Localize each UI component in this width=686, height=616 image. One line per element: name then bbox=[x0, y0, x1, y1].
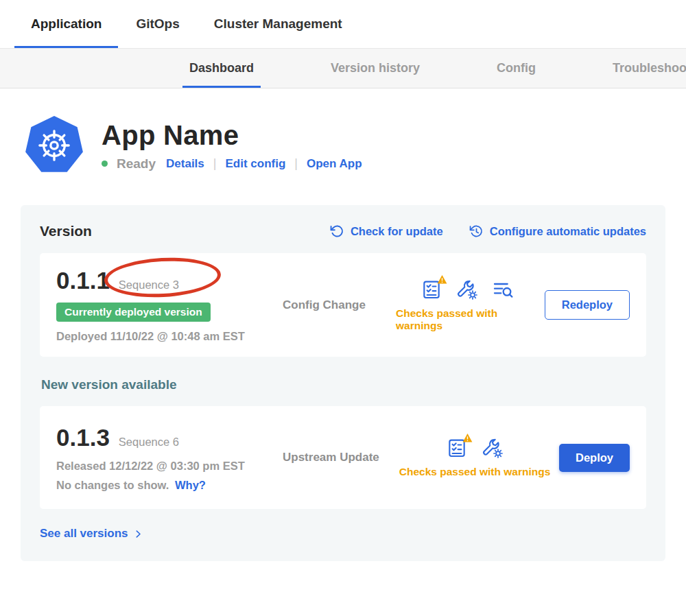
new-version-info: 0.1.3 Sequence 6 Released 12/12/22 @ 03:… bbox=[56, 424, 283, 492]
clock-refresh-icon bbox=[469, 224, 484, 239]
kubernetes-logo bbox=[25, 116, 84, 175]
app-header: App Name Ready Details | Edit config | O… bbox=[25, 116, 686, 175]
new-version-sequence: Sequence 6 bbox=[119, 436, 179, 449]
no-changes-row: No changes to show. Why? bbox=[56, 479, 283, 492]
configure-automatic-updates-label: Configure automatic updates bbox=[490, 225, 646, 238]
check-icons-row bbox=[421, 279, 514, 300]
new-version-number: 0.1.3 bbox=[56, 424, 110, 451]
separator: | bbox=[294, 156, 298, 171]
red-annotation-ellipse bbox=[104, 255, 222, 300]
tab-gitops[interactable]: GitOps bbox=[136, 0, 179, 48]
warning-triangle-icon bbox=[437, 274, 447, 285]
deploy-button[interactable]: Deploy bbox=[559, 444, 630, 472]
edit-config-link[interactable]: Edit config bbox=[225, 157, 285, 171]
checks-area: Checks passed with warnings bbox=[396, 279, 539, 332]
deployed-date: Deployed 11/10/22 @ 10:48 am EST bbox=[56, 330, 283, 343]
tab-troubleshoot[interactable]: Troubleshoot bbox=[613, 49, 686, 88]
page: Application GitOps Cluster Management Da… bbox=[0, 0, 686, 616]
checks-status[interactable]: Checks passed with warnings bbox=[399, 466, 551, 478]
status-row: Ready Details | Edit config | Open App bbox=[102, 156, 362, 171]
tab-cluster-management[interactable]: Cluster Management bbox=[214, 0, 342, 48]
check-icons-row bbox=[446, 437, 504, 459]
helm-wheel-icon bbox=[36, 127, 73, 164]
top-nav: Application GitOps Cluster Management bbox=[0, 0, 686, 49]
new-version-heading: New version available bbox=[41, 377, 646, 392]
new-version-row: 0.1.3 Sequence 6 bbox=[56, 424, 283, 451]
sub-nav: Dashboard Version history Config Trouble… bbox=[0, 49, 686, 88]
checks-status[interactable]: Checks passed with warnings bbox=[396, 307, 539, 332]
tab-config[interactable]: Config bbox=[497, 49, 536, 88]
redeploy-button[interactable]: Redeploy bbox=[545, 290, 630, 320]
status-text: Ready bbox=[117, 156, 156, 171]
check-for-update-label: Check for update bbox=[351, 225, 443, 238]
refresh-icon bbox=[330, 224, 344, 239]
details-link[interactable]: Details bbox=[166, 157, 204, 171]
tab-dashboard[interactable]: Dashboard bbox=[189, 49, 254, 88]
current-version-info: 0.1.1 Sequence 3 Currently deployed vers… bbox=[56, 267, 283, 343]
diff-view-icon[interactable] bbox=[492, 279, 514, 300]
why-link[interactable]: Why? bbox=[175, 479, 206, 491]
preflight-checklist-warning-icon[interactable] bbox=[446, 437, 468, 459]
see-all-versions-link[interactable]: See all versions bbox=[40, 527, 143, 541]
currently-deployed-badge: Currently deployed version bbox=[56, 303, 211, 322]
change-type-label: Config Change bbox=[283, 298, 396, 312]
current-version-row: 0.1.1 Sequence 3 bbox=[56, 267, 283, 294]
current-version-number: 0.1.1 bbox=[56, 267, 110, 294]
app-meta: App Name Ready Details | Edit config | O… bbox=[102, 120, 362, 171]
change-type-label: Upstream Update bbox=[283, 451, 396, 464]
warning-triangle-icon bbox=[462, 433, 473, 443]
version-panel-head: Version Check for update Configure au bbox=[40, 223, 646, 239]
version-panel: Version Check for update Configure au bbox=[21, 205, 665, 561]
current-version-sequence: Sequence 3 bbox=[119, 279, 179, 292]
app-name: App Name bbox=[102, 120, 362, 151]
tab-version-history[interactable]: Version history bbox=[331, 49, 420, 88]
config-wrench-gear-icon[interactable] bbox=[456, 279, 478, 300]
status-dot bbox=[102, 161, 108, 167]
separator: | bbox=[213, 156, 217, 171]
released-date: Released 12/12/22 @ 03:30 pm EST bbox=[56, 460, 283, 473]
configure-automatic-updates-link[interactable]: Configure automatic updates bbox=[469, 224, 646, 239]
check-for-update-link[interactable]: Check for update bbox=[330, 224, 443, 239]
checks-area: Checks passed with warnings bbox=[396, 437, 554, 478]
tab-application[interactable]: Application bbox=[31, 0, 102, 48]
current-version-card: 0.1.1 Sequence 3 Currently deployed vers… bbox=[40, 253, 646, 357]
version-title: Version bbox=[40, 223, 330, 239]
chevron-right-icon bbox=[133, 529, 143, 539]
no-changes-text: No changes to show. bbox=[56, 479, 169, 491]
preflight-checklist-warning-icon[interactable] bbox=[421, 279, 442, 300]
version-actions: Check for update Configure automatic upd… bbox=[330, 224, 646, 239]
config-wrench-gear-icon[interactable] bbox=[482, 437, 504, 459]
see-all-versions-label: See all versions bbox=[40, 527, 128, 541]
new-version-card: 0.1.3 Sequence 6 Released 12/12/22 @ 03:… bbox=[40, 406, 646, 509]
open-app-link[interactable]: Open App bbox=[307, 157, 362, 171]
